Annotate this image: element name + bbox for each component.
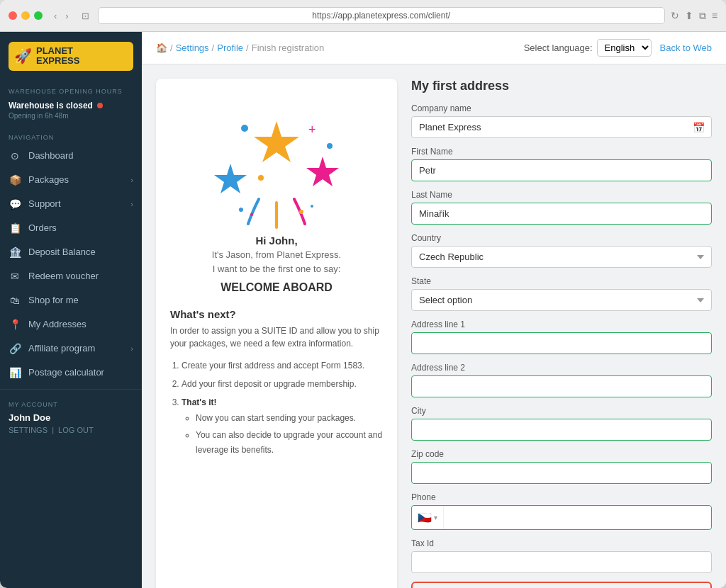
sidebar-item-support[interactable]: 💬 Support › <box>0 192 142 216</box>
affiliate-icon: 🔗 <box>9 343 21 354</box>
logout-link[interactable]: LOG OUT <box>58 426 94 434</box>
settings-link[interactable]: SETTINGS <box>9 426 48 434</box>
svg-marker-0 <box>254 121 299 162</box>
address-bar[interactable]: https://app.planetexpress.com/client/ <box>98 7 665 24</box>
window-icon[interactable]: ⊡ <box>79 9 92 23</box>
address2-group: Address line 2 <box>411 363 712 397</box>
zip-group: Zip code <box>411 449 712 484</box>
sidebar-item-label: Redeem voucher <box>28 271 99 281</box>
welcome-text: Hi John, It's Jason, from Planet Express… <box>170 234 383 294</box>
maximize-button[interactable] <box>34 11 43 20</box>
select-language-label: Select language: <box>524 43 593 53</box>
sidebar-item-label: Orders <box>28 222 57 233</box>
country-label: Country <box>411 233 712 243</box>
phone-flag-arrow: ▾ <box>434 514 437 521</box>
svg-point-10 <box>311 205 313 208</box>
deposit-icon: 🏦 <box>9 247 21 258</box>
back-button[interactable]: ‹ <box>51 9 60 23</box>
orders-icon: 📋 <box>9 222 21 234</box>
breadcrumb-current: Finish registration <box>252 43 325 53</box>
sidebar-item-label: Postage calculator <box>28 367 104 378</box>
czech-flag-icon: 🇨🇿 <box>418 511 432 524</box>
phone-flag[interactable]: 🇨🇿 ▾ <box>412 506 444 529</box>
state-select[interactable]: Select option <box>411 289 712 311</box>
sidebar-item-affiliate[interactable]: 🔗 Affiliate program › <box>0 337 142 361</box>
sidebar-item-dashboard[interactable]: ⊙ Dashboard <box>0 144 142 168</box>
sidebar-item-label: Packages <box>28 174 69 185</box>
calendar-icon: 📅 <box>693 122 705 133</box>
minimize-button[interactable] <box>21 11 30 20</box>
last-name-input[interactable] <box>411 203 712 225</box>
city-input[interactable] <box>411 419 712 441</box>
sidebar-divider <box>0 389 142 390</box>
company-name-group: Company name 📅 <box>411 103 712 138</box>
duplicate-button[interactable]: ⧉ <box>699 10 706 22</box>
tax-label: Tax Id <box>411 538 712 548</box>
logo-area: 🚀 PLANET EXPRESS <box>0 32 142 81</box>
state-group: State Select option <box>411 276 712 311</box>
svg-point-3 <box>241 125 248 132</box>
breadcrumb-settings[interactable]: Settings <box>176 43 209 53</box>
list-item: Now you can start sending your packages. <box>196 411 383 426</box>
sidebar-item-deposit[interactable]: 🏦 Deposit Balance <box>0 240 142 264</box>
menu-button[interactable]: ≡ <box>712 10 717 22</box>
back-to-web-link[interactable]: Back to Web <box>660 43 712 53</box>
last-name-group: Last Name <box>411 190 712 225</box>
company-name-input[interactable] <box>411 116 712 138</box>
forward-button[interactable]: › <box>62 9 71 23</box>
share-button[interactable]: ⬆ <box>685 10 693 22</box>
list-item: That's it! Now you can start sending you… <box>182 394 383 458</box>
sidebar-item-packages[interactable]: 📦 Packages › <box>0 168 142 192</box>
company-name-label: Company name <box>411 103 712 113</box>
home-icon[interactable]: 🏠 <box>156 43 167 53</box>
sidebar-item-addresses[interactable]: 📍 My Addresses <box>0 312 142 337</box>
sidebar-item-redeem[interactable]: ✉ Redeem voucher <box>0 264 142 288</box>
list-item: Create your first address and accept For… <box>182 357 383 374</box>
navigation-section-label: NAVIGATION <box>0 127 142 144</box>
welcome-title: WELCOME ABOARD <box>170 281 383 294</box>
language-selector-wrap: Select language: English <box>524 39 652 57</box>
chevron-right-icon: › <box>130 176 133 184</box>
warehouse-section-label: WAREHOUSE OPENING HOURS <box>0 81 142 98</box>
language-select[interactable]: English <box>597 39 652 57</box>
main-content: 🏠 / Settings / Profile / Finish registra… <box>142 32 726 588</box>
tax-input[interactable] <box>411 551 712 573</box>
form-panel: My first address Company name 📅 First Na… <box>411 79 712 588</box>
close-button[interactable] <box>9 11 17 20</box>
svg-point-9 <box>299 210 303 214</box>
zip-input[interactable] <box>411 462 712 484</box>
sidebar-item-label: Dashboard <box>28 150 74 161</box>
address1-input[interactable] <box>411 332 712 354</box>
redeem-icon: ✉ <box>9 271 21 282</box>
warehouse-time: Opening in 6h 48m <box>9 112 133 120</box>
reload-button[interactable]: ↻ <box>671 10 679 21</box>
phone-input-wrap: 🇨🇿 ▾ <box>411 505 712 530</box>
postage-icon: 📊 <box>9 367 21 378</box>
support-icon: 💬 <box>9 198 21 210</box>
form-title: My first address <box>411 79 712 94</box>
first-name-input[interactable] <box>411 159 712 181</box>
breadcrumb-profile[interactable]: Profile <box>217 43 243 53</box>
sidebar-item-orders[interactable]: 📋 Orders <box>0 216 142 240</box>
state-label: State <box>411 276 712 286</box>
chevron-right-icon: › <box>130 344 133 353</box>
chevron-right-icon: › <box>130 200 133 208</box>
sidebar-item-postage[interactable]: 📊 Postage calculator <box>0 361 142 385</box>
logo[interactable]: 🚀 PLANET EXPRESS <box>9 42 133 71</box>
celebration-art: + <box>170 93 383 234</box>
city-group: City <box>411 406 712 441</box>
sidebar-item-label: Shop for me <box>28 295 79 305</box>
account-links: SETTINGS | LOG OUT <box>0 426 142 443</box>
status-dot <box>97 103 103 108</box>
zip-label: Zip code <box>411 449 712 459</box>
sidebar-item-label: Support <box>28 198 61 209</box>
warehouse-status: Warehouse is closed <box>9 101 133 111</box>
steps-list: Create your first address and accept For… <box>170 357 383 458</box>
svg-point-8 <box>250 213 253 216</box>
phone-input[interactable] <box>444 507 711 528</box>
my-account-section-label: MY ACCOUNT <box>0 394 142 411</box>
sidebar-item-shop[interactable]: 🛍 Shop for me <box>0 288 142 312</box>
country-select[interactable]: Czech Republic United States Germany <box>411 246 712 268</box>
whats-next: What's next? In order to assign you a SU… <box>170 308 383 458</box>
address2-input[interactable] <box>411 375 712 397</box>
